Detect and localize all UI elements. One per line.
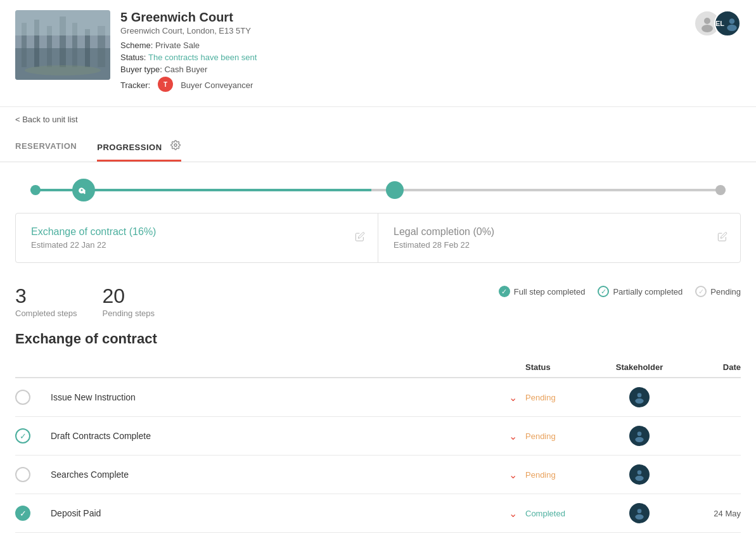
check-full-icon: ✓ <box>15 506 30 521</box>
row-name: Searches Complete <box>51 469 500 480</box>
stage2-edit-icon[interactable] <box>717 231 727 245</box>
stakeholder-avatar <box>629 503 650 523</box>
svg-point-23 <box>635 476 643 481</box>
svg-point-25 <box>635 514 643 520</box>
header-stakeholder: Stakeholder <box>601 362 677 372</box>
timeline-section <box>0 162 756 203</box>
pending-label: Pending steps <box>103 309 155 318</box>
tracker-icon: T <box>158 77 173 92</box>
timeline-node-mid <box>386 181 404 199</box>
table-row: ✓ Draft Contracts Complete ⌄ Pending <box>15 417 741 456</box>
completed-stat: 3 Completed steps <box>15 286 77 318</box>
header-date: Date <box>677 362 741 372</box>
svg-point-19 <box>635 399 643 404</box>
row-name: Issue New Instruction <box>51 392 500 402</box>
legend-pending: ✓ Pending <box>695 286 741 297</box>
partial-step-icon: ✓ <box>598 286 609 297</box>
row-status: Pending <box>525 470 601 480</box>
table-section-title: Exchange of contract <box>15 331 741 347</box>
tab-reservation[interactable]: RESERVATION <box>15 134 77 160</box>
check-partial-icon: ✓ <box>15 428 30 443</box>
svg-point-22 <box>637 470 642 475</box>
property-info: 5 Greenwich Court Greenwich Court, Londo… <box>120 10 741 96</box>
check-empty-icon: ✓ <box>15 467 30 482</box>
pending-step-icon: ✓ <box>695 286 707 297</box>
expand-icon[interactable]: ⌄ <box>500 392 525 404</box>
legend-full-label: Full step completed <box>514 287 586 297</box>
property-title: 5 Greenwich Court <box>120 10 741 25</box>
stage1-estimated: Estimated 22 Jan 22 <box>31 240 362 250</box>
timeline-node-start <box>30 185 41 195</box>
stats-section: 3 Completed steps 20 Pending steps ✓ Ful… <box>0 273 756 331</box>
stakeholder-icon <box>633 391 646 404</box>
row-stakeholder <box>601 464 677 485</box>
settings-icon[interactable] <box>170 139 181 151</box>
svg-point-17 <box>174 144 177 146</box>
table-header: Status Stakeholder Date <box>15 357 741 378</box>
stage1-edit-icon[interactable] <box>355 231 365 245</box>
user-avatars: EL <box>694 10 741 37</box>
tracker-row: Tracker: T Buyer Conveyancer <box>120 77 741 94</box>
svg-point-21 <box>635 437 643 442</box>
scheme-row: Scheme: Private Sale <box>120 41 741 50</box>
tab-bar: RESERVATION PROGRESSION <box>0 132 756 162</box>
svg-rect-9 <box>15 10 110 35</box>
property-header: 5 Greenwich Court Greenwich Court, Londo… <box>0 0 756 107</box>
stakeholder-avatar <box>629 387 650 407</box>
expand-icon[interactable]: ⌄ <box>500 507 525 520</box>
legend-full: ✓ Full step completed <box>499 286 586 297</box>
completed-label: Completed steps <box>15 309 77 318</box>
stage-card-exchange: Exchange of contract (16%) Estimated 22 … <box>16 214 378 262</box>
legend-partial: ✓ Partially completed <box>598 286 682 297</box>
svg-point-14 <box>702 25 713 32</box>
stage1-title: Exchange of contract (16%) <box>31 226 362 238</box>
user-icon <box>698 15 716 32</box>
back-link[interactable]: < Back to unit list <box>0 107 93 132</box>
stakeholder-avatar <box>629 426 650 446</box>
stakeholder-icon <box>633 468 646 481</box>
row-stakeholder <box>601 387 677 407</box>
property-image <box>15 10 110 80</box>
table-row: ✓ Issue New Instruction ⌄ Pending <box>15 378 741 417</box>
check-empty-icon: ✓ <box>15 390 30 405</box>
stakeholder-icon <box>633 507 646 520</box>
row-name: Deposit Paid <box>51 508 500 518</box>
row-name: Draft Contracts Complete <box>51 431 500 441</box>
expand-icon[interactable]: ⌄ <box>500 430 525 442</box>
row-status: Pending <box>525 431 601 441</box>
svg-text:T: T <box>163 81 167 88</box>
pending-stat: 20 Pending steps <box>103 286 155 318</box>
svg-point-15 <box>729 18 735 24</box>
stakeholder-icon <box>633 430 646 442</box>
legend: ✓ Full step completed ✓ Partially comple… <box>499 286 741 297</box>
exchange-table: Exchange of contract Status Stakeholder … <box>0 331 756 536</box>
avatar-user2: EL <box>714 10 741 37</box>
svg-point-13 <box>704 18 710 24</box>
svg-point-18 <box>637 393 642 397</box>
svg-point-24 <box>637 509 642 513</box>
row-date: 24 May <box>677 509 741 518</box>
expand-icon[interactable]: ⌄ <box>500 469 525 481</box>
stage2-title: Legal completion (0%) <box>394 226 725 238</box>
timeline-node-end <box>715 185 726 195</box>
property-address: Greenwich Court, London, E13 5TY <box>120 26 741 35</box>
timeline-node-key <box>72 179 95 201</box>
table-row: ✓ Searches Complete ⌄ Pending <box>15 456 741 494</box>
tab-progression[interactable]: PROGRESSION <box>97 132 181 162</box>
table-row: ✓ Deposit Paid ⌄ Completed 24 May <box>15 494 741 533</box>
stage-cards: Exchange of contract (16%) Estimated 22 … <box>15 213 741 263</box>
svg-point-20 <box>637 431 642 436</box>
stage2-estimated: Estimated 28 Feb 22 <box>394 240 725 250</box>
user2-icon <box>724 15 740 32</box>
status-row: Status: The contracts have been sent <box>120 53 741 62</box>
table-row: ✓ Contracts Sent ⌄ Completed 07 Sep <box>15 533 741 536</box>
buyer-type-row: Buyer type: Cash Buyer <box>120 65 741 74</box>
row-stakeholder <box>601 503 677 523</box>
status-value: The contracts have been sent <box>148 53 257 62</box>
svg-point-10 <box>25 65 101 75</box>
pending-count: 20 <box>103 286 155 306</box>
stage-card-legal: Legal completion (0%) Estimated 28 Feb 2… <box>378 214 740 262</box>
row-status: Completed <box>525 509 601 518</box>
full-step-icon: ✓ <box>499 286 510 297</box>
stakeholder-avatar <box>629 464 650 485</box>
